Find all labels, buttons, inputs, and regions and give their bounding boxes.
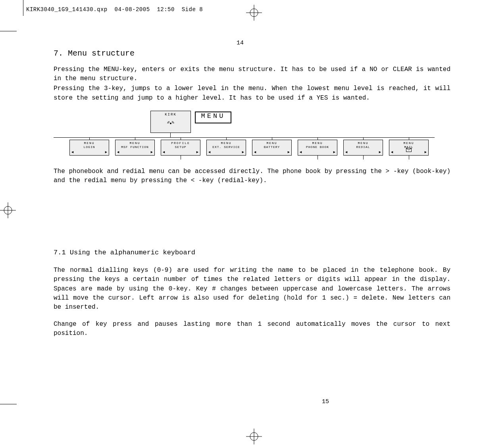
menu-item-line1: MENU [252,140,291,145]
menu-item-line2: REDIAL [344,145,383,149]
crop-mark-mid-icon [0,202,12,220]
nav-arrows: ◄► [254,150,290,154]
header-side: Side 8 [182,6,203,13]
kirk-label: KIRK [151,111,191,117]
section-7-1-para-2: Change of key press and pauses lasting m… [54,320,450,338]
arrow-right-icon: ► [151,150,153,154]
arrow-left-icon: ◄ [391,150,393,154]
menu-item-box: MENUMSF FUNCTION◄► [115,137,155,156]
nav-arrows: ◄► [117,150,153,154]
menu-item-screen: PROFILESETUP◄► [161,140,200,156]
menu-item-line1: MENU [344,140,383,145]
arrow-right-icon: ► [242,150,244,154]
arrow-left-icon: ◄ [254,150,256,154]
arrow-right-icon: ► [105,150,107,154]
arrow-left-icon: ◄ [117,150,119,154]
arrow-right-icon: ► [425,150,427,154]
menu-item-line2: EXT. SERVICE [207,145,246,149]
menu-item-line2: LOGIN [70,145,109,149]
menu-item-box: MENUBATTERY◄► [252,137,292,156]
arrow-right-icon: ► [196,150,198,154]
section-7-after-diagram: The phonebook and redial menu can be acc… [54,167,450,185]
menu-item-line1: MENU [70,140,109,145]
arrow-left-icon: ◄ [208,150,210,154]
menu-item-line1: MENU [298,140,337,145]
header-corner-mark [23,0,23,16]
menu-item-line2: BATTERY [252,145,291,149]
connector-stub-bottom [409,156,409,160]
arrow-left-icon: ◄ [71,150,73,154]
nav-arrows: ◄► [345,150,381,154]
crop-mark-icon [0,31,17,31]
section-7-1-title: 7.1 Using the alphanumeric keyboard [54,249,450,256]
menu-key-label: MENU [201,112,225,120]
menu-item-box: MENUREDIAL◄► [343,137,383,156]
section-7-para-2: Pressing the 3-key, jumps to a lower lev… [54,84,450,102]
menu-item-screen: MENULOGIN◄► [69,140,109,156]
menu-item-line1: MENU [115,140,154,145]
section-7-title: 7. Menu structure [54,49,450,58]
page-number-bottom: 15 [54,398,450,405]
header-date: 04-08-2005 [115,6,150,13]
kirk-handset-box: KIRK [150,111,191,133]
arrow-left-icon: ◄ [345,150,347,154]
header-filename: KIRK3040_1G9_141430.qxp [26,6,108,13]
menu-item-line1: MENU [207,140,246,145]
menu-item-screen: MENUEXT. SERVICE◄► [206,140,246,156]
menu-item-screen: MENUREDIAL◄► [343,140,383,156]
menu-item-screen: MENUMSF FUNCTION◄► [115,140,155,156]
menu-items-row: MENULOGIN◄►MENUMSF FUNCTION◄►PROFILESETU… [69,137,429,156]
arrow-left-icon: ◄ [300,150,302,154]
registration-mark-top-icon [246,5,262,21]
menu-item-box: MENUEXT. SERVICE◄► [206,137,246,156]
menu-item-box: MENULOGIN◄► [69,137,109,156]
signal-icon [167,121,175,128]
connector-line [170,133,171,137]
mail-icon [406,147,412,154]
menu-item-line2: PHONE BOOK [298,145,337,149]
menu-item-screen: MENUPHONE BOOK◄► [298,140,337,156]
section-7-para-1: Pressing the MENU-key, enters or exits t… [54,65,450,83]
crop-mark-icon [0,404,17,404]
nav-arrows: ◄► [208,150,244,154]
header-time: 12:50 [157,6,175,13]
menu-item-line2: MSF FUNCTION [115,145,154,149]
menu-item-box: MENUMAIL◄► [389,137,429,156]
registration-mark-bottom-icon [246,429,262,444]
arrow-right-icon: ► [288,150,290,154]
arrow-right-icon: ► [333,150,335,154]
menu-item-screen: MENUMAIL◄► [389,140,429,156]
menu-item-box: PROFILESETUP◄► [161,137,200,156]
connector-stub-bottom [181,156,181,160]
arrow-left-icon: ◄ [163,150,165,154]
connector-stub-bottom [363,156,364,160]
menu-item-line2: SETUP [161,145,200,149]
menu-structure-diagram: KIRK MENU MENULOGIN◄►MENUMSF FUNCTION◄►P… [54,111,450,162]
nav-arrows: ◄► [71,150,107,154]
page-number-top: 14 [200,40,280,46]
nav-arrows: ◄► [300,150,335,154]
menu-item-line1: PROFILE [161,140,200,145]
print-header: KIRK3040_1G9_141430.qxp 04-08-2005 12:50… [26,6,203,13]
svg-point-6 [170,123,171,124]
menu-item-line1: MENU [389,140,428,145]
menu-item-screen: MENUBATTERY◄► [252,140,292,156]
connector-stub-bottom [318,156,318,160]
menu-item-box: MENUPHONE BOOK◄► [298,137,337,156]
nav-arrows: ◄► [163,150,198,154]
section-7-1-para-1: The normal dialling keys (0-9) are used … [54,266,450,312]
menu-key-box: MENU [195,112,231,123]
arrow-right-icon: ► [379,150,381,154]
